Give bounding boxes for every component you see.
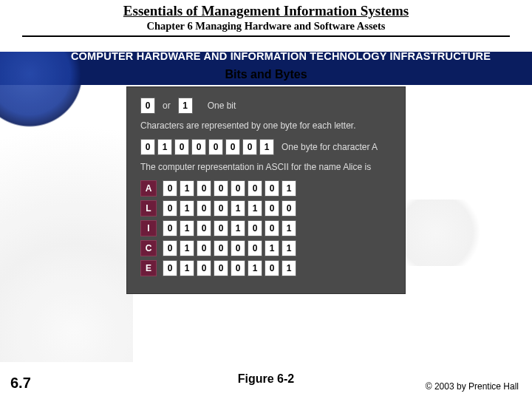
bit-cell: 1 — [282, 260, 296, 276]
bit-cell: 1 — [265, 240, 279, 256]
section-heading: COMPUTER HARDWARE AND INFORMATION TECHNO… — [0, 37, 532, 62]
bit-cell: 0 — [174, 139, 189, 155]
bit-cell: 0 — [248, 220, 262, 236]
bit-cell: 0 — [265, 200, 279, 216]
byte-sample-cells: 01000001 — [140, 139, 274, 155]
copyright: © 2003 by Prentice Hall — [426, 381, 519, 392]
bit-cell: 0 — [265, 220, 279, 236]
bit-cell: 1 — [248, 200, 262, 216]
one-bit-caption: One bit — [208, 100, 236, 111]
bit-cell: 1 — [282, 220, 296, 236]
bit-cell: 0 — [140, 98, 155, 114]
bit-cell: 0 — [197, 220, 211, 236]
ascii-row: I01001001 — [140, 220, 392, 236]
slide-content: Bits and Bytes 0 or 1 One bit Characters… — [0, 68, 532, 293]
bit-cell: 1 — [282, 180, 296, 197]
bit-cell: 0 — [248, 180, 262, 197]
ascii-letter: C — [140, 240, 157, 256]
bit-cell: 0 — [140, 139, 155, 155]
bit-cell: 1 — [180, 220, 194, 236]
bit-cell: 0 — [163, 200, 177, 216]
ascii-intro: The computer representation in ASCII for… — [140, 161, 392, 173]
ascii-bits: 01000101 — [163, 260, 296, 276]
byte-sample-row: 01000001 One byte for character A — [140, 139, 392, 155]
bit-cell: 0 — [197, 180, 211, 197]
bit-cell: 0 — [163, 240, 177, 256]
bit-cell: 1 — [178, 98, 193, 114]
bit-cell: 0 — [197, 260, 211, 276]
bit-cell: 0 — [197, 200, 211, 216]
ascii-letter: A — [140, 180, 157, 197]
bit-cell: 0 — [231, 260, 245, 276]
chapter-line: Chapter 6 Managing Hardware and Software… — [0, 20, 532, 33]
bit-cell: 0 — [242, 139, 257, 155]
bit-cell: 0 — [163, 260, 177, 276]
or-label: or — [163, 100, 171, 111]
bit-cell: 1 — [248, 260, 262, 276]
bit-cell: 1 — [180, 240, 194, 256]
byte-caption: Characters are represented by one byte f… — [140, 120, 392, 132]
page-number: 6.7 — [10, 375, 31, 392]
book-title: Essentials of Management Information Sys… — [0, 3, 532, 19]
slide-title: Bits and Bytes — [0, 68, 532, 81]
bit-cell: 0 — [225, 139, 240, 155]
bit-cell: 0 — [191, 139, 206, 155]
ascii-letter: L — [140, 200, 157, 216]
bit-cell: 0 — [208, 139, 223, 155]
ascii-row: C01000011 — [140, 240, 392, 256]
bit-cell: 1 — [231, 200, 245, 216]
bit-cell: 0 — [214, 200, 228, 216]
ascii-row: A01000001 — [140, 180, 392, 197]
bit-cell: 0 — [231, 180, 245, 197]
footer: 6.7 © 2003 by Prentice Hall — [0, 375, 532, 392]
ascii-letter: I — [140, 220, 157, 236]
bit-cell: 0 — [163, 180, 177, 197]
header: Essentials of Management Information Sys… — [0, 0, 532, 37]
bit-cell: 1 — [180, 200, 194, 216]
bit-cell: 0 — [214, 240, 228, 256]
bit-cell: 0 — [265, 260, 279, 276]
byte-sample-label: One byte for character A — [282, 142, 378, 152]
ascii-row: L01001100 — [140, 200, 392, 216]
bits-bytes-panel: 0 or 1 One bit Characters are represente… — [127, 87, 405, 293]
bit-cell: 0 — [282, 200, 296, 216]
ascii-bits: 01001100 — [163, 200, 296, 216]
bit-cell: 1 — [231, 220, 245, 236]
ascii-bits: 01000001 — [163, 180, 296, 197]
ascii-letter: E — [140, 260, 157, 276]
bit-cell: 1 — [282, 240, 296, 256]
bit-cell: 0 — [248, 240, 262, 256]
bit-cell: 0 — [214, 180, 228, 197]
bit-cell: 0 — [214, 220, 228, 236]
bit-cell: 1 — [157, 139, 172, 155]
bit-cell: 0 — [231, 240, 245, 256]
bit-cell: 0 — [163, 220, 177, 236]
bit-cell: 1 — [180, 260, 194, 276]
bit-cell: 1 — [259, 139, 274, 155]
bit-cell: 0 — [214, 260, 228, 276]
one-bit-row: 0 or 1 One bit — [140, 98, 392, 114]
bit-cell: 0 — [265, 180, 279, 197]
bit-cell: 1 — [180, 180, 194, 197]
ascii-bits: 01000011 — [163, 240, 296, 256]
ascii-row: E01000101 — [140, 260, 392, 276]
ascii-rows: A01000001L01001100I01001001C01000011E010… — [140, 180, 392, 276]
ascii-bits: 01001001 — [163, 220, 296, 236]
bit-cell: 0 — [197, 240, 211, 256]
